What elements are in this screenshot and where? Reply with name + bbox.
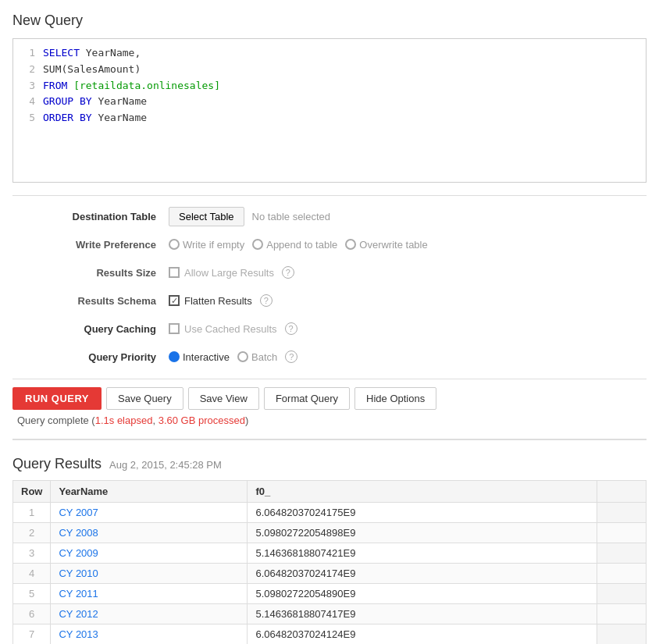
results-section: Query Results Aug 2, 2015, 2:45:28 PM Ro… xyxy=(12,456,647,644)
write-preference-label: Write Preference xyxy=(12,239,169,251)
cell-empty xyxy=(597,624,646,645)
overwrite-table-option[interactable]: Overwrite table xyxy=(345,239,427,251)
results-table-header: Row YearName f0_ xyxy=(13,481,647,503)
use-cached-results-help-icon[interactable]: ? xyxy=(285,322,297,335)
table-row: 7CY 20136.06482037024124E9 xyxy=(13,624,647,645)
col-empty xyxy=(597,481,646,503)
cell-row-num: 4 xyxy=(13,564,51,584)
cell-empty xyxy=(597,503,646,523)
code-line-2: 2 SUM(SalesAmount) xyxy=(16,62,643,78)
run-query-button[interactable]: RUN QUERY xyxy=(12,387,102,410)
cell-year-name: CY 2010 xyxy=(51,564,248,584)
write-if-empty-option[interactable]: Write if empty xyxy=(169,239,244,251)
batch-radio xyxy=(237,351,248,362)
query-size: 3.60 GB processed xyxy=(159,415,245,426)
query-elapsed: 1.1s elapsed xyxy=(95,415,153,426)
allow-large-results-help-icon[interactable]: ? xyxy=(282,266,294,279)
section-divider xyxy=(12,439,647,440)
cell-value: 5.14636818807417E9 xyxy=(248,604,597,624)
cell-value: 6.06482037024124E9 xyxy=(248,624,597,645)
cell-empty xyxy=(597,523,646,543)
write-if-empty-radio xyxy=(169,239,180,250)
results-schema-label: Results Schema xyxy=(12,295,169,307)
cell-value: 5.09802722054890E9 xyxy=(248,584,597,604)
cell-year-name: CY 2013 xyxy=(51,624,248,645)
table-row: 1CY 20076.06482037024175E9 xyxy=(13,503,647,523)
write-preference-controls: Write if empty Append to table Overwrite… xyxy=(169,239,428,251)
query-status: Query complete (1.1s elapsed, 3.60 GB pr… xyxy=(17,415,248,426)
results-schema-row: Results Schema ✓ Flatten Results ? xyxy=(12,290,647,311)
flatten-results-help-icon[interactable]: ? xyxy=(260,294,273,307)
cell-row-num: 5 xyxy=(13,584,51,604)
col-yearname: YearName xyxy=(51,481,248,503)
format-query-button[interactable]: Format Query xyxy=(264,387,350,410)
query-toolbar: RUN QUERY Save Query Save View Format Qu… xyxy=(12,379,647,426)
results-size-label: Results Size xyxy=(12,267,169,279)
cell-value: 5.09802722054898E9 xyxy=(248,523,597,543)
write-preference-row: Write Preference Write if empty Append t… xyxy=(12,233,647,255)
allow-large-results-checkbox xyxy=(169,267,180,278)
cell-value: 5.14636818807421E9 xyxy=(248,543,597,564)
cell-row-num: 1 xyxy=(13,503,51,523)
results-table: Row YearName f0_ 1CY 20076.0648203702417… xyxy=(12,480,647,644)
destination-table-row: Destination Table Select Table No table … xyxy=(12,205,647,227)
cell-empty xyxy=(597,604,646,624)
cell-empty xyxy=(597,564,646,584)
append-radio xyxy=(252,239,263,250)
select-table-button[interactable]: Select Table xyxy=(169,207,244,226)
interactive-radio xyxy=(169,351,180,362)
options-section: Destination Table Select Table No table … xyxy=(12,195,647,368)
interactive-option[interactable]: Interactive xyxy=(169,351,230,363)
query-priority-controls: Interactive Batch ? xyxy=(169,350,297,363)
cell-value: 6.06482037024175E9 xyxy=(248,503,597,523)
allow-large-results-option[interactable]: Allow Large Results xyxy=(169,267,274,279)
cell-year-name: CY 2008 xyxy=(51,523,248,543)
results-header: Query Results Aug 2, 2015, 2:45:28 PM xyxy=(12,456,647,472)
overwrite-radio xyxy=(345,239,356,250)
results-title: Query Results xyxy=(12,456,102,472)
cell-row-num: 3 xyxy=(13,543,51,564)
cell-value: 6.06482037024174E9 xyxy=(248,564,597,584)
col-f0: f0_ xyxy=(248,481,597,503)
save-view-button[interactable]: Save View xyxy=(188,387,259,410)
results-schema-controls: ✓ Flatten Results ? xyxy=(169,294,273,307)
query-priority-label: Query Priority xyxy=(12,351,169,363)
cell-year-name: CY 2009 xyxy=(51,543,248,564)
code-editor[interactable]: 1 SELECT YearName, 2 SUM(SalesAmount) 3 … xyxy=(12,38,647,183)
results-size-row: Results Size Allow Large Results ? xyxy=(12,262,647,283)
table-row: 5CY 20115.09802722054890E9 xyxy=(13,584,647,604)
cell-row-num: 6 xyxy=(13,604,51,624)
cell-empty xyxy=(597,543,646,564)
query-caching-controls: Use Cached Results ? xyxy=(169,322,297,335)
use-cached-results-option[interactable]: Use Cached Results xyxy=(169,323,277,335)
cell-year-name: CY 2012 xyxy=(51,604,248,624)
batch-option[interactable]: Batch xyxy=(237,351,277,363)
no-table-text: No table selected xyxy=(252,211,330,222)
code-line-4: 4 GROUP BY YearName xyxy=(16,94,643,110)
table-row: 3CY 20095.14636818807421E9 xyxy=(13,543,647,564)
query-priority-row: Query Priority Interactive Batch ? xyxy=(12,346,647,368)
query-priority-help-icon[interactable]: ? xyxy=(285,350,297,363)
flatten-results-option[interactable]: ✓ Flatten Results xyxy=(169,295,252,307)
results-timestamp: Aug 2, 2015, 2:45:28 PM xyxy=(109,459,222,471)
table-row: 4CY 20106.06482037024174E9 xyxy=(13,564,647,584)
cell-empty xyxy=(597,584,646,604)
query-caching-row: Query Caching Use Cached Results ? xyxy=(12,318,647,340)
cell-row-num: 7 xyxy=(13,624,51,645)
append-to-table-option[interactable]: Append to table xyxy=(252,239,337,251)
cell-year-name: CY 2011 xyxy=(51,584,248,604)
results-table-body: 1CY 20076.06482037024175E92CY 20085.0980… xyxy=(13,503,647,645)
use-cached-results-checkbox xyxy=(169,323,180,334)
destination-table-label: Destination Table xyxy=(12,211,169,222)
hide-options-button[interactable]: Hide Options xyxy=(354,387,436,410)
cell-year-name: CY 2007 xyxy=(51,503,248,523)
results-table-header-row: Row YearName f0_ xyxy=(13,481,647,503)
destination-table-controls: Select Table No table selected xyxy=(169,207,330,226)
results-size-controls: Allow Large Results ? xyxy=(169,266,294,279)
code-line-3: 3 FROM [retaildata.onlinesales] xyxy=(16,78,643,94)
table-row: 2CY 20085.09802722054898E9 xyxy=(13,523,647,543)
save-query-button[interactable]: Save Query xyxy=(106,387,183,410)
flatten-results-checkbox: ✓ xyxy=(169,295,180,306)
main-page: New Query 1 SELECT YearName, 2 SUM(Sales… xyxy=(0,0,659,644)
page-title: New Query xyxy=(12,12,647,29)
